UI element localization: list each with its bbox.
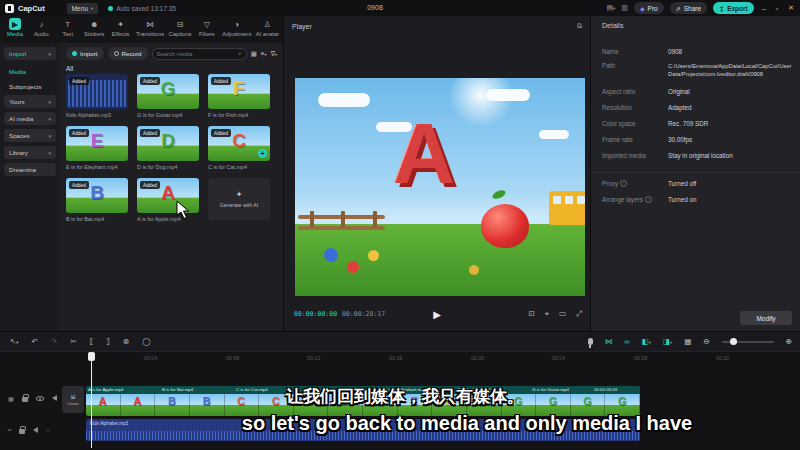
- pro-button[interactable]: ◆ Pro: [634, 2, 664, 14]
- layout-icon[interactable]: ▤▾: [606, 4, 615, 12]
- delete-left-icon[interactable]: ⟦: [89, 337, 93, 346]
- media-tile-f-fish[interactable]: FAdded F is for Fish.mp4: [208, 74, 270, 118]
- zoom-out-icon[interactable]: ⊖: [703, 337, 709, 346]
- details-title: Details: [602, 22, 623, 29]
- sidebar-item-import[interactable]: Import▾: [4, 47, 56, 60]
- added-badge: Added: [69, 129, 89, 137]
- tab-audio[interactable]: ♪Audio: [30, 18, 52, 43]
- chevron-down-icon: ▾: [48, 150, 51, 156]
- search-box[interactable]: ⌕: [152, 48, 247, 60]
- video-preview[interactable]: A: [295, 78, 585, 296]
- tab-text[interactable]: TText: [57, 18, 79, 43]
- ratio-icon[interactable]: ▭: [559, 309, 566, 319]
- undo-icon[interactable]: ↶: [32, 337, 38, 346]
- sidebar-item-ai-media[interactable]: AI media▾: [4, 112, 56, 125]
- playhead-handle[interactable]: [88, 352, 95, 361]
- export-button[interactable]: ↥ Export: [713, 2, 754, 14]
- field-value: Turned on: [668, 196, 696, 204]
- delete-right-icon[interactable]: ⟧: [106, 337, 110, 346]
- collapse-icon[interactable]: –: [46, 427, 49, 433]
- details-panel: Details Name0908 PathC:/Users/Emenova/Ap…: [591, 16, 800, 331]
- add-to-timeline-button[interactable]: +: [258, 149, 267, 158]
- media-tile-g-guitar[interactable]: GAdded G is for Guitar.mp4: [137, 74, 199, 118]
- filter-all-label[interactable]: All: [66, 65, 73, 72]
- field-value: Original: [668, 88, 690, 96]
- sidebar-item-media[interactable]: Media: [4, 65, 56, 78]
- lock-icon[interactable]: [19, 429, 25, 434]
- ball-blue: [324, 248, 338, 262]
- tab-effects[interactable]: ✦Effects: [110, 18, 132, 43]
- search-input[interactable]: [157, 51, 237, 57]
- tab-media[interactable]: ▶Media: [4, 18, 26, 43]
- panel-toggle-icon[interactable]: ▥: [621, 4, 628, 12]
- tab-stickers[interactable]: ☻Stickers: [83, 18, 105, 43]
- player-controls: 00:00:00:00 00:00:28:17 ▶ ⊡ ⌖ ▭ ⤢: [284, 305, 590, 323]
- mute-speaker-icon[interactable]: [33, 427, 38, 433]
- sidebar-item-yours[interactable]: Yours▾: [4, 95, 56, 108]
- share-button[interactable]: ⇗ Share: [670, 2, 707, 14]
- preview-axis-icon[interactable]: ◧▾: [642, 337, 651, 346]
- added-badge: Added: [211, 77, 231, 85]
- play-button[interactable]: ▶: [433, 309, 441, 320]
- field-label: Aspect ratio: [602, 88, 668, 96]
- redo-icon[interactable]: ↷: [51, 337, 57, 346]
- info-icon[interactable]: i: [620, 180, 627, 187]
- media-tile-name: G is for Guitar.mp4: [137, 112, 199, 118]
- menu-button[interactable]: Menu ▾: [67, 3, 99, 14]
- field-value: C:/Users/Emenova/AppData/Local/CapCut/Us…: [668, 62, 791, 78]
- waveform-icon[interactable]: ≈: [8, 427, 11, 433]
- tab-transitions[interactable]: ⋈Transitions: [136, 18, 164, 43]
- tab-ai-avatar[interactable]: ♙AI avatar: [256, 18, 279, 43]
- filter-icon[interactable]: ∇▾: [271, 50, 277, 58]
- magnet-snap-icon[interactable]: ⋈: [605, 337, 613, 346]
- timeline-ruler[interactable]: 00:04 00:08 00:12 00:16 00:20 00:24 00:2…: [0, 352, 800, 366]
- record-button[interactable]: Record: [108, 47, 148, 60]
- export-icon: ↥: [719, 5, 724, 12]
- field-label: Resolution: [602, 104, 668, 112]
- sidebar-item-subprojects[interactable]: Subprojects: [4, 80, 56, 93]
- sidebar-item-dreamina[interactable]: Dreamina: [4, 163, 56, 176]
- cloud: [486, 89, 530, 101]
- sticker-icon: ☻: [88, 18, 100, 30]
- focus-icon[interactable]: ⌖: [545, 309, 549, 319]
- media-tile-c-cat[interactable]: CAdded+ C is for Cat.mp4: [208, 126, 270, 170]
- auto-link-icon[interactable]: ∞: [624, 337, 629, 346]
- media-tile-e-elephant[interactable]: EAdded E is for Elephant.mp4: [66, 126, 128, 170]
- media-icon: ▶: [9, 18, 21, 30]
- delete-icon[interactable]: ⊗: [123, 337, 129, 346]
- timeline-zoom-slider[interactable]: [722, 341, 774, 343]
- zoom-in-icon[interactable]: ⊕: [786, 337, 792, 346]
- filters-icon: ▽: [201, 18, 213, 30]
- sidebar-item-library[interactable]: Library▾: [4, 146, 56, 159]
- sort-icon[interactable]: ≡▾: [261, 50, 267, 57]
- mask-icon[interactable]: ◯: [142, 337, 150, 346]
- close-button[interactable]: ✕: [786, 4, 796, 12]
- render-preview-icon[interactable]: ◨▾: [663, 337, 672, 346]
- grid-view-icon[interactable]: ▦: [251, 50, 257, 58]
- maximize-button[interactable]: ▫: [774, 5, 780, 12]
- preview-quality-icon[interactable]: ▦: [684, 337, 691, 346]
- tab-adjustment[interactable]: ◑Adjustment: [222, 18, 251, 43]
- info-icon[interactable]: i: [645, 196, 652, 203]
- player-detach-icon[interactable]: ⧉: [577, 22, 582, 30]
- media-tile-name: E is for Elephant.mp4: [66, 164, 128, 170]
- adjustment-icon: ◑: [231, 18, 243, 30]
- import-button[interactable]: Import: [66, 47, 104, 60]
- media-tile-b-bat[interactable]: BAdded B is for Bat.mp4: [66, 178, 128, 222]
- sidebar-item-spaces[interactable]: Spaces▾: [4, 129, 56, 142]
- captions-icon: ⊟: [174, 18, 186, 30]
- voiceover-mic-icon[interactable]: [588, 338, 593, 345]
- media-tile-kids-alphabet[interactable]: Added Kids Alphabet.mp3: [66, 74, 128, 118]
- modify-button[interactable]: Modify: [740, 311, 792, 325]
- fullscreen-icon[interactable]: ⤢: [576, 309, 582, 319]
- tab-filters[interactable]: ▽Filters: [196, 18, 218, 43]
- split-icon[interactable]: ✂: [70, 337, 76, 346]
- minimize-button[interactable]: –: [760, 5, 768, 12]
- snapshot-icon[interactable]: ⊡: [528, 309, 534, 319]
- apple: [481, 204, 529, 248]
- zoom-slider-knob[interactable]: [730, 338, 737, 345]
- select-tool-icon[interactable]: ↖▾: [10, 337, 19, 346]
- generate-with-ai-tile[interactable]: ✦ Generate with AI: [208, 178, 270, 220]
- tab-captions[interactable]: ⊟Captions: [169, 18, 192, 43]
- media-tile-d-dog[interactable]: DAdded D is for Dog.mp4: [137, 126, 199, 170]
